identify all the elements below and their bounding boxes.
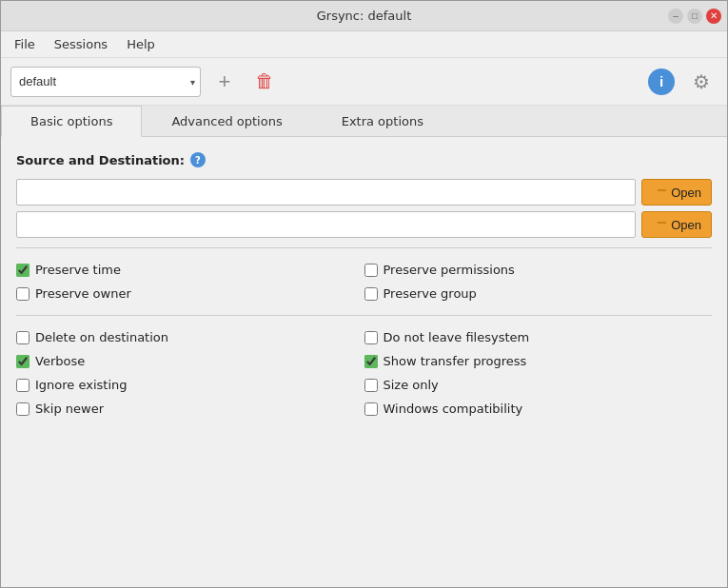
tab-basic[interactable]: Basic options — [1, 106, 142, 137]
show-progress-row: Show transfer progress — [364, 349, 713, 373]
folder-icon-2 — [652, 219, 667, 231]
info-icon: i — [648, 69, 675, 95]
dest-open-button[interactable]: Open — [641, 211, 712, 238]
divider-2 — [16, 315, 712, 316]
size-only-checkbox[interactable] — [364, 379, 378, 392]
preserve-permissions-row: Preserve permissions — [364, 258, 713, 282]
ignore-existing-label[interactable]: Ignore existing — [35, 378, 128, 392]
preserve-permissions-label[interactable]: Preserve permissions — [384, 263, 515, 277]
basic-options-panel: Source and Destination: ? Open — [1, 137, 727, 587]
preserve-group-label[interactable]: Preserve group — [384, 286, 477, 301]
ignore-existing-row: Ignore existing — [16, 373, 364, 397]
section-title: Source and Destination: ? — [16, 152, 712, 167]
folder-icon — [652, 186, 667, 199]
divider-1 — [16, 247, 712, 248]
svg-rect-5 — [652, 222, 658, 225]
preserve-permissions-checkbox[interactable] — [364, 264, 378, 277]
settings-button[interactable]: ⚙ — [685, 66, 718, 98]
svg-rect-1 — [652, 191, 666, 199]
windows-compat-label[interactable]: Windows compatibility — [384, 402, 523, 416]
checkboxes-grid: Preserve time Preserve permissions Prese… — [16, 258, 712, 305]
window-controls: – □ ✕ — [668, 9, 721, 24]
dest-open-label: Open — [671, 218, 701, 232]
close-button[interactable]: ✕ — [706, 9, 721, 24]
toolbar: default ▾ + 🗑 i ⚙ — [1, 58, 727, 106]
skip-newer-checkbox[interactable] — [16, 402, 30, 416]
maximize-button[interactable]: □ — [687, 9, 702, 24]
menu-file[interactable]: File — [7, 35, 43, 53]
skip-newer-label[interactable]: Skip newer — [35, 402, 104, 416]
preserve-group-row: Preserve group — [364, 282, 713, 305]
window-title: Grsync: default — [317, 9, 412, 23]
delete-dest-checkbox[interactable] — [16, 331, 30, 344]
verbose-row: Verbose — [16, 349, 364, 373]
preserve-owner-label[interactable]: Preserve owner — [35, 286, 131, 301]
do-not-leave-checkbox[interactable] — [364, 331, 378, 344]
source-open-label: Open — [671, 186, 701, 200]
preserve-group-checkbox[interactable] — [364, 287, 378, 301]
do-not-leave-row: Do not leave filesystem — [364, 325, 713, 349]
svg-rect-4 — [652, 224, 666, 231]
delete-dest-row: Delete on destination — [16, 325, 364, 349]
verbose-checkbox[interactable] — [16, 355, 30, 368]
ignore-existing-checkbox[interactable] — [16, 379, 30, 392]
show-progress-label[interactable]: Show transfer progress — [384, 354, 527, 368]
skip-newer-row: Skip newer — [16, 397, 364, 421]
dest-row: Open — [16, 211, 712, 238]
source-open-button[interactable]: Open — [641, 179, 712, 206]
titlebar: Grsync: default – □ ✕ — [1, 1, 727, 31]
session-select-wrapper: default ▾ — [10, 67, 201, 97]
minimize-button[interactable]: – — [668, 9, 683, 24]
info-button[interactable]: i — [645, 66, 678, 98]
preserve-owner-checkbox[interactable] — [16, 287, 30, 301]
tabs: Basic options Advanced options Extra opt… — [1, 106, 727, 137]
menu-help[interactable]: Help — [119, 35, 163, 53]
menu-sessions[interactable]: Sessions — [47, 35, 115, 53]
tab-advanced[interactable]: Advanced options — [142, 106, 311, 136]
source-row: Open — [16, 179, 712, 206]
windows-compat-checkbox[interactable] — [364, 402, 378, 416]
show-progress-checkbox[interactable] — [364, 355, 378, 368]
main-window: Grsync: default – □ ✕ File Sessions Help… — [0, 0, 728, 588]
checkboxes-grid-2: Delete on destination Do not leave files… — [16, 325, 712, 421]
add-icon: + — [219, 71, 231, 92]
size-only-row: Size only — [364, 373, 713, 397]
delete-session-button[interactable]: 🗑 — [248, 66, 281, 98]
size-only-label[interactable]: Size only — [384, 378, 439, 392]
do-not-leave-label[interactable]: Do not leave filesystem — [384, 330, 530, 344]
menubar: File Sessions Help — [1, 31, 727, 58]
add-session-button[interactable]: + — [208, 66, 241, 98]
preserve-time-checkbox[interactable] — [16, 264, 30, 277]
source-input[interactable] — [16, 179, 636, 206]
trash-icon: 🗑 — [255, 70, 274, 92]
preserve-time-row: Preserve time — [16, 258, 364, 282]
preserve-owner-row: Preserve owner — [16, 282, 364, 305]
tab-extra[interactable]: Extra options — [312, 106, 453, 136]
windows-compat-row: Windows compatibility — [364, 397, 713, 421]
svg-rect-2 — [652, 189, 658, 192]
session-select[interactable]: default — [10, 67, 201, 97]
dest-input[interactable] — [16, 211, 636, 238]
help-icon[interactable]: ? — [190, 152, 206, 167]
gear-icon: ⚙ — [693, 70, 710, 93]
preserve-time-label[interactable]: Preserve time — [35, 263, 121, 277]
delete-dest-label[interactable]: Delete on destination — [35, 330, 168, 344]
section-title-text: Source and Destination: — [16, 153, 185, 167]
verbose-label[interactable]: Verbose — [35, 354, 85, 368]
